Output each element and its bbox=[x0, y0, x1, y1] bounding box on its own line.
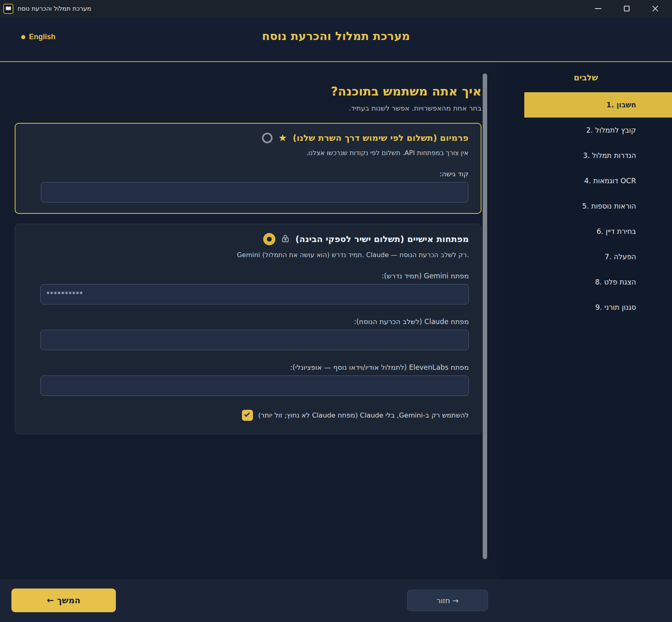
gemini-only-row: להשתמש רק ב-Gemini, בלי Claude (מפתח Cla… bbox=[27, 410, 469, 421]
app-window: מערכת תמלול והכרעת נוסח English מערכת תמ… bbox=[0, 0, 672, 622]
personal-radio[interactable] bbox=[263, 233, 275, 245]
personal-option-title: מפתחות אישיים (תשלום ישיר לספקי הבינה) bbox=[295, 234, 469, 244]
premium-option-card[interactable]: ★ פרמיום (תשלום לפי שימוש דרך השרת שלנו)… bbox=[15, 123, 481, 214]
gemini-only-label: להשתמש רק ב-Gemini, בלי Claude (מפתח Cla… bbox=[258, 411, 469, 419]
claude-key-input[interactable] bbox=[40, 330, 469, 350]
personal-keys-option-card[interactable]: מפתחות אישיים (תשלום ישיר לספקי הבינה) G… bbox=[15, 224, 481, 434]
premium-option-description: אין צורך במפתחות API. תשלום לפי נקודות ש… bbox=[28, 149, 468, 157]
sidebar-item-judge-selection[interactable]: 6. בחירת דיין bbox=[524, 219, 672, 244]
access-code-input[interactable] bbox=[41, 182, 468, 202]
back-button[interactable]: חזור → bbox=[407, 590, 488, 611]
minimize-button[interactable] bbox=[594, 4, 603, 13]
main-panel: איך אתה משתמש בתוכנה? בחר אחת מהאפשרויות… bbox=[0, 62, 500, 580]
sidebar-item-transcription-settings[interactable]: 3. הגדרות תמלול bbox=[524, 143, 672, 168]
steps-sidebar: שלבים 1. חשבון 2. קובץ לתמלול 3. הגדרות … bbox=[500, 62, 672, 580]
personal-option-header: מפתחות אישיים (תשלום ישיר לספקי הבינה) bbox=[27, 233, 469, 245]
checkmark-icon bbox=[244, 411, 250, 417]
page-title: מערכת תמלול והכרעת נוסח bbox=[0, 29, 672, 43]
window-title: מערכת תמלול והכרעת נוסח bbox=[18, 5, 91, 12]
maximize-button[interactable] bbox=[622, 4, 631, 13]
sidebar-title: שלבים bbox=[500, 73, 672, 82]
premium-radio[interactable] bbox=[262, 133, 273, 143]
header: English מערכת תמלול והכרעת נוסח bbox=[0, 17, 672, 62]
sidebar-item-torah-style[interactable]: 9. סגנון תורני bbox=[524, 295, 672, 320]
close-icon bbox=[652, 5, 659, 12]
sidebar-item-file[interactable]: 2. קובץ לתמלול bbox=[524, 118, 672, 143]
maximize-icon bbox=[624, 6, 630, 11]
close-button[interactable] bbox=[651, 4, 660, 13]
gemini-only-checkbox[interactable] bbox=[242, 410, 253, 421]
elevenlabs-key-label: מפתח ElevenLabs (לתמלול אודיו/וידאו נוסף… bbox=[27, 363, 469, 371]
steps-list: 1. חשבון 2. קובץ לתמלול 3. הגדרות תמלול … bbox=[500, 92, 672, 320]
continue-button[interactable]: ← המשך bbox=[11, 589, 116, 612]
premium-option-header: ★ פרמיום (תשלום לפי שימוש דרך השרת שלנו) bbox=[28, 133, 468, 143]
sidebar-item-ocr-examples[interactable]: 4. דוגמאות OCR bbox=[524, 168, 672, 193]
step-heading: איך אתה משתמש בתוכנה? bbox=[15, 84, 481, 98]
sidebar-item-output[interactable]: 8. הצגת פלט bbox=[524, 269, 672, 295]
minimize-icon bbox=[595, 8, 601, 9]
sidebar-item-account[interactable]: 1. חשבון bbox=[524, 92, 672, 118]
premium-option-title: פרמיום (תשלום לפי שימוש דרך השרת שלנו) bbox=[293, 133, 468, 143]
window-controls bbox=[594, 0, 672, 17]
scrollbar-thumb[interactable] bbox=[483, 73, 487, 559]
gemini-key-label: מפתח Gemini (תמיד נדרש): bbox=[27, 272, 469, 280]
personal-option-description: Gemini תמיד נדרש (הוא עושה את התמלול). C… bbox=[27, 251, 469, 259]
gemini-key-input[interactable] bbox=[40, 284, 469, 304]
titlebar-left: מערכת תמלול והכרעת נוסח bbox=[0, 4, 91, 14]
footer-bar: ← המשך חזור → bbox=[0, 580, 672, 622]
sidebar-item-run[interactable]: 7. הפעלה bbox=[524, 244, 672, 269]
step-subheading: בחר אחת מהאפשרויות. אפשר לשנות בעתיד. bbox=[15, 104, 481, 112]
content-area: איך אתה משתמש בתוכנה? בחר אחת מהאפשרויות… bbox=[0, 62, 672, 580]
app-icon bbox=[3, 4, 13, 14]
access-code-label: קוד גישה: bbox=[28, 170, 468, 178]
star-icon: ★ bbox=[278, 133, 287, 143]
key-icon bbox=[281, 234, 290, 244]
claude-key-label: מפתח Claude (לשלב הכרעת הנוסח): bbox=[27, 318, 469, 326]
titlebar: מערכת תמלול והכרעת נוסח bbox=[0, 0, 672, 17]
elevenlabs-key-input[interactable] bbox=[40, 375, 469, 396]
sidebar-item-extra-instructions[interactable]: 5. הוראות נוספות bbox=[524, 193, 672, 219]
